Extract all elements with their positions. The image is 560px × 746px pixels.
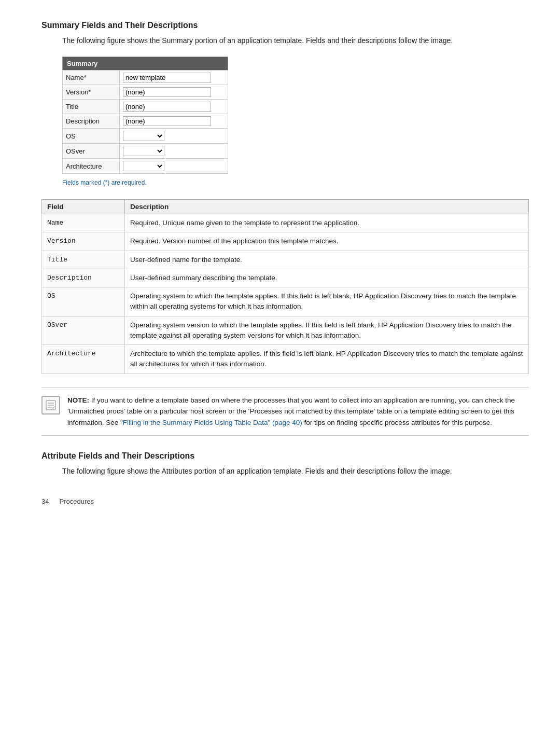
form-label-version: Version*: [63, 85, 120, 100]
desc-desc-cell: User-defined summary describing the temp…: [125, 269, 529, 287]
table-row: OSver Operating system version to which …: [42, 316, 529, 345]
form-value-name[interactable]: [120, 71, 228, 85]
table-row: Architecture Architecture to which the t…: [42, 345, 529, 374]
form-value-os[interactable]: [120, 129, 228, 144]
table-row: Version Required. Version number of the …: [42, 232, 529, 251]
form-row-version: Version*: [63, 85, 228, 100]
summary-form-wrapper: Summary Name* Version* Title: [62, 57, 529, 174]
table-row: Title User-defined name for the template…: [42, 251, 529, 269]
form-row-title: Title: [63, 100, 228, 114]
form-value-title[interactable]: [120, 100, 228, 114]
form-row-description: Description: [63, 114, 228, 129]
field-title-cell: Title: [42, 251, 125, 269]
field-osver-cell: OSver: [42, 316, 125, 345]
desc-table-wrapper: Field Description Name Required. Unique …: [41, 199, 529, 374]
desc-table: Field Description Name Required. Unique …: [41, 199, 529, 374]
section1-intro: The following figure shows the Summary p…: [62, 35, 529, 46]
field-desc-cell: Description: [42, 269, 125, 287]
form-row-name: Name*: [63, 71, 228, 85]
form-row-architecture: Architecture: [63, 159, 228, 174]
page-label: Procedures: [59, 498, 93, 505]
required-note: Fields marked (*) are required.: [62, 179, 529, 186]
summary-form-header: Summary: [63, 57, 228, 71]
field-os-cell: OS: [42, 287, 125, 316]
form-row-osver: OSver: [63, 144, 228, 159]
form-value-architecture[interactable]: [120, 159, 228, 174]
section1-heading: Summary Fields and Their Descriptions: [41, 21, 529, 30]
section2-intro: The following figure shows the Attribute…: [62, 466, 529, 477]
name-input[interactable]: [123, 73, 211, 82]
form-value-version[interactable]: [120, 85, 228, 100]
os-select[interactable]: [123, 131, 164, 141]
title-input[interactable]: [123, 102, 211, 112]
form-label-osver: OSver: [63, 144, 120, 159]
desc-name-cell: Required. Unique name given to the templ…: [125, 214, 529, 232]
desc-table-col-description: Description: [125, 200, 529, 214]
desc-title-cell: User-defined name for the template.: [125, 251, 529, 269]
note-icon: [41, 396, 60, 415]
desc-os-cell: Operating system to which the template a…: [125, 287, 529, 316]
form-row-os: OS: [63, 129, 228, 144]
note-content: NOTE: If you want to define a template b…: [67, 395, 529, 429]
field-name-cell: Name: [42, 214, 125, 232]
table-row: Description User-defined summary describ…: [42, 269, 529, 287]
page-number: 34: [41, 498, 49, 505]
field-version-cell: Version: [42, 232, 125, 251]
note-pencil-svg: [45, 399, 57, 411]
version-input[interactable]: [123, 87, 211, 97]
note-label: NOTE:: [67, 396, 89, 404]
architecture-select[interactable]: [123, 161, 164, 171]
table-row: OS Operating system to which the templat…: [42, 287, 529, 316]
form-label-description: Description: [63, 114, 120, 129]
note-box: NOTE: If you want to define a template b…: [41, 387, 529, 436]
note-link[interactable]: "Filling in the Summary Fields Using Tab…: [120, 419, 302, 426]
desc-version-cell: Required. Version number of the applicat…: [125, 232, 529, 251]
form-label-os: OS: [63, 129, 120, 144]
description-input[interactable]: [123, 116, 211, 126]
form-label-name: Name*: [63, 71, 120, 85]
osver-select[interactable]: [123, 146, 164, 156]
note-text-after: for tips on finding specific process att…: [304, 419, 492, 426]
svg-marker-4: [52, 406, 55, 409]
form-label-title: Title: [63, 100, 120, 114]
desc-table-col-field: Field: [42, 200, 125, 214]
section2-heading: Attribute Fields and Their Descriptions: [41, 451, 529, 461]
page-footer: 34 Procedures: [41, 498, 529, 505]
field-arch-cell: Architecture: [42, 345, 125, 374]
form-value-description[interactable]: [120, 114, 228, 129]
desc-osver-cell: Operating system version to which the te…: [125, 316, 529, 345]
form-label-architecture: Architecture: [63, 159, 120, 174]
table-row: Name Required. Unique name given to the …: [42, 214, 529, 232]
summary-form-table: Summary Name* Version* Title: [62, 57, 228, 174]
desc-arch-cell: Architecture to which the template appli…: [125, 345, 529, 374]
form-value-osver[interactable]: [120, 144, 228, 159]
